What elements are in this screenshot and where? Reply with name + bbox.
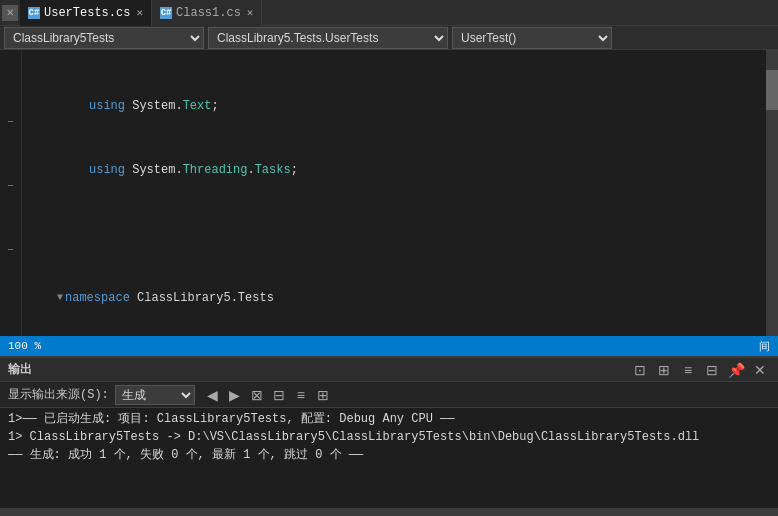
output-source-btn6[interactable]: ⊞ — [313, 385, 333, 405]
zoom-level: 100 % — [8, 340, 41, 352]
output-header: 输出 ⊡ ⊞ ≡ ⊟ 📌 ✕ — [0, 358, 778, 382]
output-source-btn3[interactable]: ⊠ — [247, 385, 267, 405]
editor-main[interactable]: using System.Text; using System.Threadin… — [22, 50, 778, 336]
class-dropdown[interactable]: ClassLibrary5Tests — [4, 27, 204, 49]
editor-container: − − − using System.Text; using System.Th… — [0, 50, 778, 336]
code-line-3 — [57, 226, 778, 242]
tab-icon-class1: C# — [160, 7, 172, 19]
pin-button[interactable]: 📌 — [726, 360, 746, 380]
bottom-left-label: 间 — [759, 339, 770, 354]
code-content: using System.Text; using System.Threadin… — [57, 50, 778, 336]
code-line-4: ▼ namespace ClassLibrary5.Tests — [57, 290, 778, 306]
tab-usertests[interactable]: C# UserTests.cs ✕ — [20, 0, 152, 26]
tab-bar: ✕ C# UserTests.cs ✕ C# Class1.cs ✕ — [0, 0, 778, 26]
output-source-label: 显示输出来源(S): — [8, 386, 109, 403]
close-all-tabs-button[interactable]: ✕ — [2, 5, 18, 21]
output-source-btn2[interactable]: ▶ — [225, 385, 245, 405]
tab-close-usertests[interactable]: ✕ — [136, 6, 143, 19]
output-btn-4[interactable]: ⊟ — [702, 360, 722, 380]
tab-label-class1: Class1.cs — [176, 6, 241, 20]
output-btn-3[interactable]: ≡ — [678, 360, 698, 380]
output-line-2: 1> ClassLibrary5Tests -> D:\VS\ClassLibr… — [8, 428, 770, 446]
output-btn-2[interactable]: ⊞ — [654, 360, 674, 380]
tab-close-class1[interactable]: ✕ — [247, 6, 254, 19]
output-btn-1[interactable]: ⊡ — [630, 360, 650, 380]
output-toolbar: ⊡ ⊞ ≡ ⊟ 📌 ✕ — [630, 360, 770, 380]
code-line-2: using System.Threading.Tasks; — [57, 162, 778, 178]
output-source-btn4[interactable]: ⊟ — [269, 385, 289, 405]
output-source-btn1[interactable]: ◀ — [203, 385, 223, 405]
output-horizontal-scrollbar[interactable] — [0, 508, 778, 516]
output-title: 输出 — [8, 361, 32, 378]
collapse-method[interactable]: − — [2, 242, 20, 258]
tab-icon-usertests: C# — [28, 7, 40, 19]
dropdown-bar: ClassLibrary5Tests ClassLibrary5.Tests.U… — [0, 26, 778, 50]
collapse-namespace-btn[interactable]: ▼ — [57, 290, 63, 306]
code-line-1: using System.Text; — [57, 98, 778, 114]
output-source-row: 显示输出来源(S): 生成 ◀ ▶ ⊠ ⊟ ≡ ⊞ — [0, 382, 778, 408]
collapse-class[interactable]: − — [2, 178, 20, 194]
output-source-select[interactable]: 生成 — [115, 385, 195, 405]
tab-label-usertests: UserTests.cs — [44, 6, 130, 20]
output-source-btn5[interactable]: ≡ — [291, 385, 311, 405]
output-content: 1>—— 已启动生成: 项目: ClassLibrary5Tests, 配置: … — [0, 408, 778, 508]
output-line-3: —— 生成: 成功 1 个, 失败 0 个, 最新 1 个, 跳过 0 个 —— — [8, 446, 770, 464]
tab-class1[interactable]: C# Class1.cs ✕ — [152, 0, 262, 26]
left-gutter: − − − — [0, 50, 22, 336]
bottom-panel: 输出 ⊡ ⊞ ≡ ⊟ 📌 ✕ 显示输出来源(S): 生成 ◀ ▶ ⊠ ⊟ ≡ ⊞… — [0, 356, 778, 516]
close-output-button[interactable]: ✕ — [750, 360, 770, 380]
status-bar: 100 % 间 — [0, 336, 778, 356]
collapse-namespace[interactable]: − — [2, 114, 20, 130]
method-dropdown[interactable]: UserTest() — [452, 27, 612, 49]
scrollbar-thumb[interactable] — [766, 70, 778, 110]
namespace-dropdown[interactable]: ClassLibrary5.Tests.UserTests — [208, 27, 448, 49]
output-line-1: 1>—— 已启动生成: 项目: ClassLibrary5Tests, 配置: … — [8, 410, 770, 428]
output-source-buttons: ◀ ▶ ⊠ ⊟ ≡ ⊞ — [203, 385, 333, 405]
vertical-scrollbar[interactable] — [766, 50, 778, 336]
